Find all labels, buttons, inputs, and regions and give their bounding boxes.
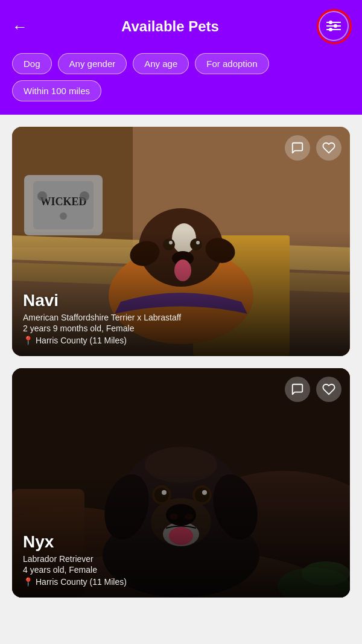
chip-distance[interactable]: Within 100 miles (12, 80, 101, 101)
nyx-info: Nyx Labrador Retriever 4 years old, Fema… (23, 532, 339, 587)
pet-list: WICKED (0, 115, 362, 610)
chip-gender[interactable]: Any gender (58, 53, 127, 74)
chip-dog[interactable]: Dog (12, 53, 52, 74)
filter-button-wrapper (319, 11, 350, 42)
pet-card-nyx[interactable]: Nyx Labrador Retriever 4 years old, Fema… (12, 368, 350, 598)
nyx-age: 4 years old, Female (23, 565, 339, 575)
navi-age: 2 years 9 months old, Female (23, 324, 339, 333)
chip-adoption[interactable]: For adoption (195, 53, 268, 74)
nyx-location-pin-icon: 📍 (23, 577, 33, 587)
svg-point-5 (329, 28, 332, 31)
nyx-message-button[interactable] (285, 377, 310, 402)
nyx-heart-icon (322, 383, 335, 396)
sliders-icon (326, 21, 341, 31)
navi-breed: American Staffordshire Terrier x Labrast… (23, 313, 339, 322)
nyx-message-icon (291, 383, 304, 396)
chip-age[interactable]: Any age (133, 53, 189, 74)
page-title: Available Pets (22, 18, 319, 35)
filter-chips: Dog Any gender Any age For adoption With… (12, 53, 350, 101)
svg-point-1 (329, 21, 332, 24)
svg-point-3 (334, 24, 337, 28)
nyx-action-buttons (285, 377, 341, 402)
like-button[interactable] (316, 135, 341, 161)
svg-point-13 (60, 212, 67, 220)
heart-icon (322, 141, 335, 155)
location-pin-icon: 📍 (23, 336, 33, 345)
nyx-breed: Labrador Retriever (23, 554, 339, 564)
svg-point-11 (37, 191, 47, 201)
navi-location: 📍 Harris County (11 Miles) (23, 336, 339, 345)
nyx-like-button[interactable] (316, 377, 341, 402)
card-action-buttons (285, 135, 341, 161)
svg-text:WICKED: WICKED (40, 196, 86, 208)
filter-svg-icon (326, 21, 341, 31)
filter-button[interactable] (319, 11, 349, 41)
svg-point-12 (80, 191, 89, 201)
message-icon (291, 141, 304, 155)
nyx-name: Nyx (23, 532, 339, 552)
message-button[interactable] (285, 135, 310, 161)
navi-name: Navi (23, 291, 339, 310)
pet-card-navi[interactable]: WICKED (12, 127, 350, 356)
navi-info: Navi American Staffordshire Terrier x La… (23, 291, 339, 345)
nyx-location: 📍 Harris County (11 Miles) (23, 577, 339, 587)
header: ← Available Pets Dog Any gender (0, 0, 362, 115)
